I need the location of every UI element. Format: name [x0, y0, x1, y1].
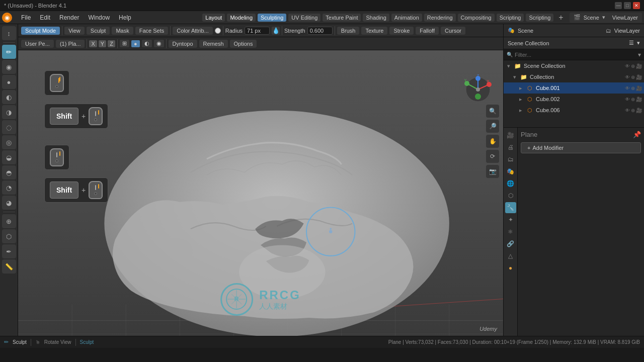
- solid-btn[interactable]: ●: [131, 40, 140, 47]
- cursor-icon5[interactable]: ⊕: [631, 108, 635, 113]
- prop-view-layer-icon[interactable]: 🗂: [505, 154, 516, 165]
- tool-mask[interactable]: ⊕: [2, 214, 16, 228]
- workspace-texture-paint[interactable]: Texture Paint: [323, 14, 361, 22]
- color-attr-btn[interactable]: Color Attrib...: [173, 27, 213, 35]
- view-menu[interactable]: View: [64, 27, 85, 35]
- menu-help[interactable]: Help: [115, 13, 135, 22]
- tool-scrape[interactable]: ◓: [2, 165, 16, 179]
- tool-pose[interactable]: ◕: [2, 196, 16, 210]
- add-modifier-button[interactable]: + Add Modifier: [521, 142, 641, 153]
- tool-grab[interactable]: ◑: [2, 105, 16, 119]
- tool-measure[interactable]: 📏: [2, 259, 16, 274]
- texture-btn[interactable]: Texture: [361, 27, 387, 35]
- tool-multires[interactable]: ◔: [2, 180, 16, 195]
- outliner-filter-icon[interactable]: ☰: [629, 40, 634, 46]
- cursor-btn[interactable]: Cursor: [441, 27, 465, 35]
- workspace-modeling[interactable]: Modeling: [227, 14, 256, 22]
- tool-face-sets[interactable]: ⬡: [2, 229, 16, 243]
- menu-window[interactable]: Window: [84, 13, 114, 22]
- filter-dropdown-icon[interactable]: ▾: [638, 51, 641, 58]
- sculpt-mode-dropdown[interactable]: Sculpt Mode: [21, 27, 60, 35]
- eye-icon4[interactable]: 👁: [625, 97, 630, 102]
- outliner-item-cube002[interactable]: ▸ ⬡ Cube.002 👁 ⊕ 🎥: [504, 94, 644, 105]
- brush-btn[interactable]: Brush: [337, 27, 360, 35]
- prop-constraints-icon[interactable]: 🔗: [505, 238, 516, 249]
- tool-annotate[interactable]: ✒: [2, 244, 16, 258]
- pan-btn[interactable]: ✋: [486, 135, 499, 148]
- wireframe-btn[interactable]: ⊞: [120, 40, 129, 47]
- y-axis-btn[interactable]: Y: [99, 40, 106, 47]
- dyntopo-btn[interactable]: Dyntopo: [169, 40, 197, 48]
- props-pin-icon[interactable]: 📌: [633, 131, 641, 138]
- workspace-geometry-nodes[interactable]: Scripting: [497, 14, 524, 22]
- falloff-btn[interactable]: Falloff: [416, 27, 439, 35]
- workspace-layout[interactable]: Layout: [202, 14, 225, 22]
- prop-material-icon[interactable]: ●: [505, 262, 516, 274]
- zoom-out-btn[interactable]: 🔎: [486, 120, 499, 133]
- workspace-scripting[interactable]: Scripting: [526, 14, 553, 22]
- eye-icon5[interactable]: 👁: [625, 108, 630, 113]
- prop-physics-icon[interactable]: ⚛: [505, 226, 516, 237]
- tool-snake-hook[interactable]: ◌: [2, 120, 16, 134]
- render-icon[interactable]: 🎥: [636, 63, 642, 69]
- tool-draw[interactable]: ✏: [2, 45, 16, 59]
- outliner-item-cube006[interactable]: ▸ ⬡ Cube.006 👁 ⊕ 🎥: [504, 105, 644, 116]
- workspace-add[interactable]: +: [555, 12, 566, 23]
- remesh-btn[interactable]: Remesh: [199, 40, 228, 48]
- cursor-icon3[interactable]: ⊕: [631, 85, 635, 91]
- rendered-btn[interactable]: ◉: [154, 40, 164, 47]
- cursor-icon[interactable]: ⊕: [631, 63, 635, 69]
- face-sets-menu[interactable]: Face Sets: [135, 27, 169, 35]
- workspace-uv[interactable]: UV Editing: [288, 14, 320, 22]
- tool-smooth[interactable]: ◉: [2, 60, 16, 74]
- outliner-item-collection[interactable]: ▾ 📁 Collection 👁 ⊕ 🎥: [504, 71, 644, 82]
- eye-icon[interactable]: 👁: [625, 63, 630, 69]
- menu-render[interactable]: Render: [55, 13, 83, 22]
- scene-dropdown-icon[interactable]: ▾: [602, 14, 605, 21]
- render-icon2[interactable]: 🎥: [636, 74, 642, 80]
- radius-toggle[interactable]: 💧: [272, 27, 280, 35]
- x-axis-btn[interactable]: X: [89, 40, 97, 47]
- render-icon4[interactable]: 🎥: [636, 97, 642, 102]
- outliner-toggle-icon[interactable]: ▾: [637, 40, 640, 46]
- cursor-icon4[interactable]: ⊕: [631, 97, 635, 102]
- view-display[interactable]: (1) Pla...: [56, 40, 85, 48]
- prop-modifier-icon[interactable]: 🔧: [505, 202, 516, 213]
- close-button[interactable]: ✕: [633, 2, 640, 9]
- prop-particles-icon[interactable]: ✦: [505, 214, 516, 225]
- workspace-shading[interactable]: Shading: [363, 14, 389, 22]
- prop-output-icon[interactable]: 🖨: [505, 142, 516, 153]
- tool-pinch[interactable]: ●: [2, 75, 16, 89]
- color-swatch[interactable]: [215, 28, 221, 34]
- radius-input[interactable]: [245, 27, 270, 35]
- eye-icon3[interactable]: 👁: [625, 85, 630, 91]
- zoom-in-btn[interactable]: 🔍: [486, 105, 499, 118]
- outliner-item-scene-collection[interactable]: ▾ 📁 Scene Collection 👁 ⊕ 🎥: [504, 60, 644, 71]
- eye-icon2[interactable]: 👁: [625, 74, 630, 80]
- workspace-sculpting[interactable]: Sculpting: [258, 14, 286, 22]
- mask-menu[interactable]: Mask: [112, 27, 133, 35]
- options-btn[interactable]: Options: [230, 40, 257, 48]
- render-icon3[interactable]: 🎥: [636, 85, 642, 91]
- prop-data-icon[interactable]: △: [505, 250, 516, 261]
- tool-thumb[interactable]: ◎: [2, 135, 16, 149]
- tool-fill[interactable]: ◒: [2, 150, 16, 164]
- menu-edit[interactable]: Edit: [36, 13, 54, 22]
- tool-select[interactable]: ↕: [2, 26, 16, 40]
- sculpt-menu[interactable]: Sculpt: [87, 27, 110, 35]
- prop-object-icon[interactable]: ⬡: [505, 190, 516, 201]
- workspace-compositing[interactable]: Compositing: [458, 14, 495, 22]
- maximize-button[interactable]: □: [624, 2, 631, 9]
- view-camera[interactable]: User Pe...: [21, 40, 54, 48]
- stroke-btn[interactable]: Stroke: [389, 27, 414, 35]
- engine-selector[interactable]: 🎬: [574, 14, 581, 21]
- outliner-search-input[interactable]: [515, 52, 636, 58]
- prop-world-icon[interactable]: 🌐: [505, 178, 516, 189]
- orbit-btn[interactable]: ⟳: [486, 150, 499, 163]
- z-axis-btn[interactable]: Z: [108, 40, 115, 47]
- strength-input[interactable]: [307, 27, 333, 35]
- cursor-icon2[interactable]: ⊕: [631, 74, 635, 80]
- render-icon5[interactable]: 🎥: [636, 108, 642, 113]
- orbit-gizmo[interactable]: X Y Z: [463, 74, 493, 105]
- material-btn[interactable]: ◐: [142, 40, 152, 47]
